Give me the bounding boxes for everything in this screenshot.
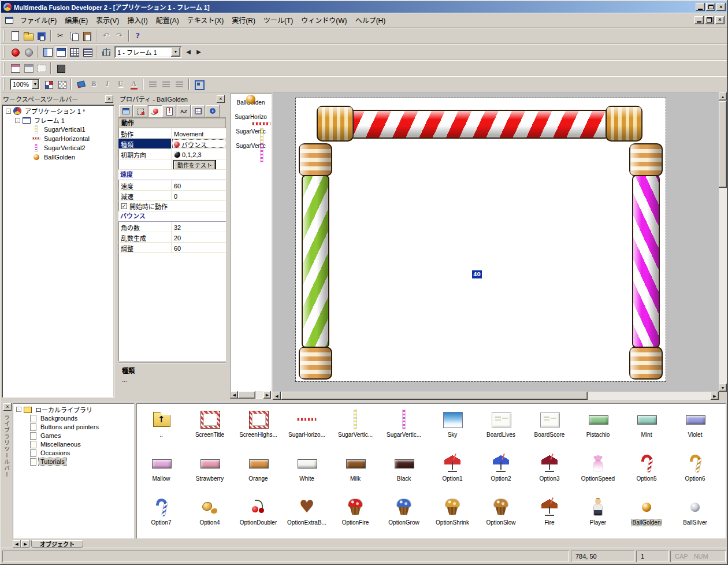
toolbar-grip[interactable] <box>3 30 5 42</box>
object-strip-item-ballgolden[interactable]: BallGolden <box>231 95 270 109</box>
library-item-sky[interactable]: Sky <box>428 404 477 448</box>
scroll-right-button[interactable]: ▶ <box>711 392 719 400</box>
properties-close-button[interactable]: × <box>217 95 225 103</box>
menu-file[interactable]: ファイル(F) <box>16 13 61 27</box>
fit-to-window-button[interactable] <box>192 78 205 91</box>
align-center-button[interactable] <box>159 78 173 91</box>
menu-tools[interactable]: ツール(T) <box>259 13 297 27</box>
library-item-ballsilver[interactable]: BallSilver <box>671 492 719 536</box>
test-movement-button[interactable]: 動作をテスト <box>174 161 216 170</box>
property-row-kind[interactable]: 種類 バウンス <box>118 139 226 149</box>
tree-node-application[interactable]: - アプリケーション 1 * <box>3 106 113 116</box>
library-tree-node-games[interactable]: Games <box>14 431 133 440</box>
library-item-ballgolden[interactable]: BallGolden <box>622 492 671 536</box>
property-row-start-checkbox[interactable]: ✓ 開始時に動作 <box>118 201 226 211</box>
property-row-direction[interactable]: 初期方向 0,1,2,3 <box>118 149 226 159</box>
center-frame-button[interactable] <box>99 46 113 58</box>
library-item-option6[interactable]: Option6 <box>671 448 719 492</box>
show-grid-button[interactable] <box>55 78 68 91</box>
font-color-button[interactable]: A <box>127 78 140 91</box>
fill-color-button[interactable] <box>74 78 87 91</box>
library-item-sugarhorizo[interactable]: SugarHorizo... <box>283 404 331 448</box>
horizontal-scrollbar-thumb[interactable] <box>281 392 588 400</box>
cut-button[interactable]: ✂ <box>54 29 67 42</box>
library-item-sugarvertic[interactable]: SugarVertic... <box>380 404 428 448</box>
maximize-button[interactable] <box>706 3 715 11</box>
minimize-button[interactable] <box>696 3 705 11</box>
tree-node-sugarvertical1[interactable]: SugarVertical1 <box>3 125 113 134</box>
pole-end-cap[interactable] <box>606 106 642 142</box>
property-label[interactable]: 動作 <box>118 128 172 138</box>
frame-editor-button[interactable] <box>54 46 67 58</box>
underline-button[interactable]: U <box>114 78 127 91</box>
object-strip-item-sugarhorizo[interactable]: SugarHorizo <box>231 109 270 124</box>
expander-icon[interactable]: - <box>6 109 11 114</box>
tab-name[interactable]: AZ <box>177 105 191 117</box>
paste-button[interactable] <box>80 29 94 42</box>
help-button[interactable] <box>132 29 145 42</box>
scroll-left-button[interactable]: ◀ <box>231 391 238 399</box>
tree-node-sugarvertical2[interactable]: SugarVertical2 <box>3 143 113 153</box>
tab-scroll-right-button[interactable]: ▶ <box>21 540 29 548</box>
scrollbar-thumb[interactable] <box>238 391 255 399</box>
sugar-horizontal-object[interactable] <box>350 110 609 139</box>
property-label[interactable]: 速度 <box>118 180 172 190</box>
library-item-violet[interactable]: Violet <box>671 404 719 448</box>
property-label-selected[interactable]: 種類 <box>118 139 172 148</box>
workspace-close-button[interactable]: × <box>105 95 113 103</box>
library-item-optionslow[interactable]: OptionSlow <box>477 492 525 536</box>
frame-selector-combo[interactable]: 1 - フレーム 1 ▼ <box>114 46 181 58</box>
tree-node-ballgolden[interactable]: BallGolden <box>3 153 113 162</box>
library-item-option5[interactable]: Option5 <box>622 448 671 492</box>
property-label[interactable]: 調整 <box>118 243 172 252</box>
property-label[interactable]: 初期方向 <box>118 149 172 159</box>
frame-outline-button[interactable] <box>35 62 48 75</box>
library-item-boardlives[interactable]: BoardLives <box>477 404 525 448</box>
frame-selector-dropdown-button[interactable]: ▼ <box>171 47 180 57</box>
object-strip-item-sugarvertic[interactable]: SugarVertic <box>231 124 270 138</box>
library-item-option2[interactable]: Option2 <box>477 448 525 492</box>
library-item-milk[interactable]: Milk <box>331 448 380 492</box>
menu-insert[interactable]: 挿入(I) <box>123 13 151 27</box>
adjust-value[interactable]: 60 <box>172 243 226 252</box>
library-tree-node-occasions[interactable]: Occasions <box>14 448 133 457</box>
property-label[interactable]: 減速 <box>118 191 172 200</box>
library-item-pistachio[interactable]: Pistachio <box>574 404 622 448</box>
library-tree-node-up[interactable]: -ローカルライブラリ <box>14 405 133 414</box>
new-button[interactable] <box>8 29 21 42</box>
stop-application-button[interactable] <box>21 46 35 58</box>
tab-scroll-left-button[interactable]: ◀ <box>13 540 21 548</box>
library-item-mallow[interactable]: Mallow <box>137 448 185 492</box>
toolbar-grip[interactable] <box>3 46 5 58</box>
scroll-up-button[interactable]: ▲ <box>719 92 727 101</box>
pole-end-cap[interactable] <box>629 347 663 380</box>
library-item-white[interactable]: White <box>283 448 331 492</box>
property-row-corners[interactable]: 角の数 32 <box>118 222 226 232</box>
tab-objects[interactable]: オブジェクト <box>31 540 83 548</box>
menu-text[interactable]: テキスト(X) <box>183 13 228 27</box>
kind-value[interactable]: バウンス <box>172 139 226 148</box>
library-item-optionfire[interactable]: OptionFire <box>331 492 380 536</box>
pole-end-cap[interactable] <box>317 106 354 142</box>
save-button[interactable] <box>35 29 48 42</box>
library-tree-node-tutorials[interactable]: Tutorials <box>14 457 133 466</box>
library-item-option4[interactable]: Option4 <box>185 492 234 536</box>
italic-button[interactable]: I <box>101 78 114 91</box>
menu-arrange[interactable]: 配置(A) <box>152 13 183 27</box>
child-restore-button[interactable] <box>705 16 714 24</box>
property-label[interactable]: 乱数生成 <box>118 232 172 242</box>
corners-value[interactable]: 32 <box>172 222 226 232</box>
frame-canvas[interactable]: 40 <box>296 98 666 381</box>
library-item-optionshrink[interactable]: OptionShrink <box>428 492 477 536</box>
library-tree-node-miscellaneous[interactable]: Miscellaneous <box>14 440 133 448</box>
library-item-optionspeed[interactable]: OptionSpeed <box>574 448 622 492</box>
library-item-screentitle[interactable]: ScreenTitle <box>185 404 234 448</box>
tab-settings[interactable] <box>119 105 133 117</box>
deceleration-value[interactable]: 0 <box>172 191 226 200</box>
library-item-optionextrab[interactable]: OptionExtraB... <box>283 492 331 536</box>
copy-button[interactable] <box>67 29 80 42</box>
sugar-vertical2-object[interactable] <box>632 175 660 348</box>
library-item-optiongrow[interactable]: OptionGrow <box>380 492 428 536</box>
vertical-scrollbar-thumb[interactable] <box>719 101 727 188</box>
property-row-adjust[interactable]: 調整 60 <box>118 243 226 253</box>
